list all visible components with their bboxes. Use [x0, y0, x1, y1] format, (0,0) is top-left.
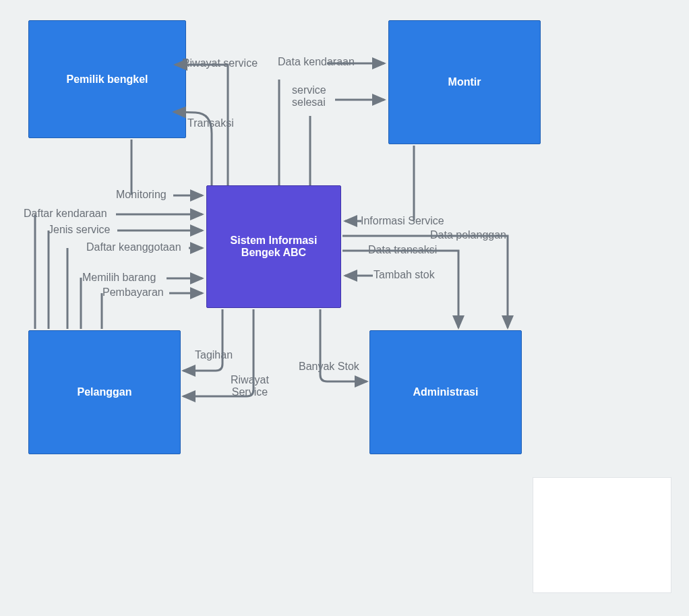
node-system-label-1: Sistem Informasi	[231, 235, 318, 247]
node-admin-label: Administrasi	[413, 386, 479, 398]
label-banyak-stok: Banyak Stok	[299, 361, 359, 373]
label-daftar-keanggotaan: Daftar keanggotaan	[86, 241, 181, 253]
label-service-selesai: serviceselesai	[292, 84, 326, 109]
node-customer-label: Pelanggan	[78, 386, 132, 398]
label-tagihan: Tagihan	[195, 349, 233, 361]
node-montir[interactable]: Montir	[388, 20, 541, 144]
label-riwayat-service-bottom: RiwayatService	[231, 374, 269, 398]
label-data-transaksi: Data transaksi	[368, 244, 437, 256]
node-customer[interactable]: Pelanggan	[28, 330, 181, 454]
label-pembayaran: Pembayaran	[102, 286, 164, 299]
label-jenis-service: Jenis service	[48, 224, 110, 236]
diagram-canvas: Pemilik bengkel Montir Sistem Informasi …	[0, 0, 689, 616]
label-riwayat-service-top: Riwayat service	[182, 57, 258, 69]
label-daftar-kendaraan: Daftar kendaraan	[24, 208, 107, 220]
label-data-pelanggan: Data pelanggan	[430, 229, 506, 241]
node-system-label-2: Bengek ABC	[231, 247, 318, 259]
label-memilih-barang: Memilih barang	[82, 272, 156, 284]
label-informasi-service: Informasi Service	[361, 215, 444, 227]
blank-panel	[533, 477, 671, 593]
label-transaksi: Transaksi	[187, 117, 234, 129]
node-owner[interactable]: Pemilik bengkel	[28, 20, 186, 138]
label-data-kendaraan: Data kendaraan	[278, 56, 355, 68]
node-system[interactable]: Sistem Informasi Bengek ABC	[206, 185, 341, 308]
node-owner-label: Pemilik bengkel	[67, 73, 148, 86]
label-monitoring: Monitoring	[116, 189, 167, 201]
node-admin[interactable]: Administrasi	[369, 330, 522, 454]
node-montir-label: Montir	[448, 76, 481, 88]
label-tambah-stok: Tambah stok	[373, 269, 435, 281]
